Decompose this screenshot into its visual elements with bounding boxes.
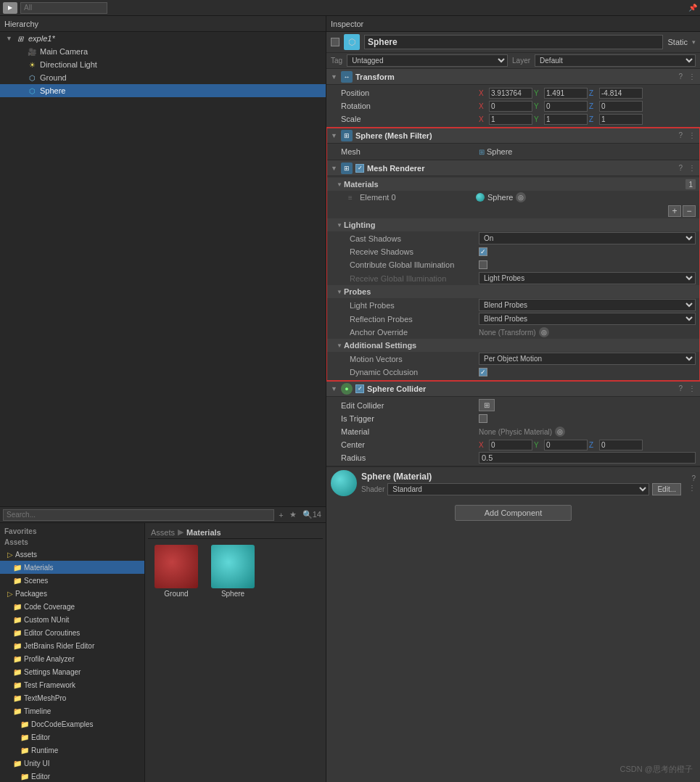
- material-pick-btn[interactable]: ◎: [555, 427, 565, 437]
- scale-z-input[interactable]: [599, 114, 643, 125]
- material-help[interactable]: ?: [691, 474, 696, 482]
- pos-x-input[interactable]: [489, 88, 532, 99]
- layer-select[interactable]: Default: [535, 54, 696, 67]
- anchor-override-pick-btn[interactable]: ◎: [539, 327, 549, 337]
- pos-y-input[interactable]: [544, 88, 588, 99]
- mesh-renderer-enabled[interactable]: ✓: [355, 164, 364, 173]
- is-trigger-checkbox[interactable]: [479, 414, 487, 423]
- project-favorites-btn[interactable]: ★: [288, 510, 298, 519]
- edit-collider-btn[interactable]: ⊞: [479, 399, 495, 411]
- breadcrumb-assets[interactable]: Assets: [151, 528, 175, 537]
- mesh-filter-menu[interactable]: ⋮: [688, 131, 696, 139]
- scale-y-input[interactable]: [544, 114, 588, 125]
- add-component-btn[interactable]: Add Component: [455, 505, 572, 521]
- sidebar-item-materials[interactable]: 📁 Materials: [0, 561, 144, 574]
- cast-shadows-select[interactable]: On: [479, 232, 696, 244]
- project-search-input[interactable]: [3, 509, 274, 521]
- anchor-override-label: Anchor Override: [341, 328, 479, 337]
- light-probes-select[interactable]: Blend Probes: [479, 299, 696, 311]
- mesh-renderer-icon: ⊞: [341, 162, 353, 174]
- asset-item-sphere[interactable]: Sphere: [207, 545, 258, 598]
- additional-settings-section[interactable]: ▼ Additional Settings: [326, 339, 700, 352]
- contribute-gi-checkbox[interactable]: [479, 260, 487, 269]
- sphere-asset-label: Sphere: [221, 590, 244, 598]
- transform-menu[interactable]: ⋮: [688, 73, 696, 81]
- transform-help[interactable]: ?: [678, 73, 683, 81]
- rot-y-input[interactable]: [544, 101, 588, 112]
- sidebar-item-runtime[interactable]: 📁 Runtime: [0, 744, 144, 757]
- object-enabled-checkbox[interactable]: [331, 38, 339, 46]
- pin-icon[interactable]: 📌: [688, 4, 697, 12]
- hierarchy-item-ground[interactable]: ⬡ Ground: [0, 71, 326, 84]
- collider-help[interactable]: ?: [678, 384, 683, 392]
- element0-pick-btn[interactable]: ◎: [516, 192, 526, 202]
- sidebar-item-editor2[interactable]: 📁 Editor: [0, 770, 144, 782]
- transform-header[interactable]: ▼ ↔ Transform ? ⋮: [326, 69, 700, 85]
- scale-x-input[interactable]: [489, 114, 532, 125]
- sidebar-item-doc[interactable]: 📁 DocCodeExamples: [0, 717, 144, 730]
- sidebar-item-scenes[interactable]: 📁 Scenes: [0, 574, 144, 587]
- object-name-input[interactable]: [364, 35, 663, 49]
- root-arrow: ▼: [6, 35, 15, 42]
- collider-enabled[interactable]: ✓: [355, 384, 364, 393]
- remove-material-btn[interactable]: −: [683, 205, 696, 217]
- sidebar-runtime-label: Runtime: [31, 746, 58, 754]
- hierarchy-item-sphere[interactable]: ⬡ Sphere: [0, 84, 326, 97]
- sidebar-item-editor[interactable]: 📁 Editor: [0, 730, 144, 744]
- project-create-btn[interactable]: +: [277, 511, 284, 519]
- material-menu[interactable]: ⋮: [688, 484, 696, 492]
- editor-coroutines-icon: 📁: [13, 629, 22, 637]
- sidebar-item-textmesh[interactable]: 📁 TextMeshPro: [0, 691, 144, 704]
- probes-arrow: ▼: [337, 289, 344, 295]
- rot-z-input[interactable]: [599, 101, 643, 112]
- materials-section-label: Materials: [344, 180, 379, 189]
- sidebar-item-test-framework[interactable]: 📁 Test Framework: [0, 678, 144, 691]
- add-material-btn[interactable]: +: [668, 205, 681, 217]
- probes-section[interactable]: ▼ Probes: [326, 285, 700, 298]
- sphere-collider-header[interactable]: ▼ ● ✓ Sphere Collider ? ⋮: [326, 381, 700, 397]
- asset-item-ground[interactable]: Ground: [151, 545, 202, 598]
- center-x-input[interactable]: [489, 440, 532, 450]
- hierarchy-root[interactable]: ▼ ⊞ exple1*: [0, 32, 326, 45]
- receive-gi-select[interactable]: Light Probes: [479, 272, 696, 284]
- static-dropdown-arrow[interactable]: ▾: [692, 38, 696, 46]
- materials-section[interactable]: ▼ Materials 1: [326, 178, 700, 191]
- mesh-renderer-menu[interactable]: ⋮: [688, 164, 696, 172]
- reflection-probes-select[interactable]: Blend Probes: [479, 313, 696, 325]
- sidebar-item-code-coverage[interactable]: 📁 Code Coverage: [0, 600, 144, 613]
- receive-shadows-checkbox[interactable]: [479, 247, 487, 256]
- dynamic-occlusion-checkbox[interactable]: [479, 368, 487, 376]
- sidebar-item-timeline[interactable]: 📁 Timeline: [0, 704, 144, 717]
- sidebar-item-editor-coroutines[interactable]: 📁 Editor Coroutines: [0, 626, 144, 639]
- center-z-input[interactable]: [599, 440, 643, 450]
- radius-input[interactable]: [479, 452, 696, 464]
- hierarchy-item-camera[interactable]: 🎥 Main Camera: [0, 45, 326, 58]
- sidebar-item-unity-ui[interactable]: 📁 Unity UI: [0, 757, 144, 770]
- collider-menu[interactable]: ⋮: [688, 384, 696, 392]
- tag-select[interactable]: Untagged: [347, 54, 508, 67]
- project-badge: 🔍14: [301, 510, 323, 519]
- rot-x-input[interactable]: [489, 101, 532, 112]
- sidebar-item-assets[interactable]: ▷ Assets: [0, 548, 144, 561]
- mesh-renderer-help[interactable]: ?: [678, 164, 683, 172]
- mesh-mesh-icon: ⊞: [479, 148, 485, 156]
- center-y-input[interactable]: [544, 440, 588, 450]
- mesh-filter-help[interactable]: ?: [678, 131, 683, 139]
- sidebar-item-jetbrains[interactable]: 📁 JetBrains Rider Editor: [0, 639, 144, 652]
- mesh-filter-header[interactable]: ▼ ⊞ Sphere (Mesh Filter) ? ⋮: [326, 128, 700, 144]
- scale-x-label: X: [479, 115, 487, 123]
- mesh-renderer-header[interactable]: ▼ ⊞ ✓ Mesh Renderer ? ⋮: [326, 160, 700, 176]
- asset-grid: Ground Sphere: [148, 542, 323, 601]
- sidebar-item-packages[interactable]: ▷ Packages: [0, 587, 144, 600]
- hierarchy-item-light[interactable]: ☀ Directional Light: [0, 58, 326, 71]
- pos-z-input[interactable]: [599, 88, 643, 99]
- motion-vectors-select[interactable]: Per Object Motion: [479, 353, 696, 365]
- sidebar-item-settings[interactable]: 📁 Settings Manager: [0, 665, 144, 678]
- shader-edit-btn[interactable]: Edit...: [652, 483, 681, 495]
- sidebar-item-custom-nunit[interactable]: 📁 Custom NUnit: [0, 613, 144, 626]
- hierarchy-tree: ▼ ⊞ exple1* 🎥 Main Camera ☀ Directional …: [0, 32, 326, 506]
- shader-select[interactable]: Standard: [387, 483, 649, 495]
- sidebar-item-profile[interactable]: 📁 Profile Analyzer: [0, 652, 144, 665]
- search-input[interactable]: [20, 2, 107, 14]
- lighting-section[interactable]: ▼ Lighting: [326, 218, 700, 231]
